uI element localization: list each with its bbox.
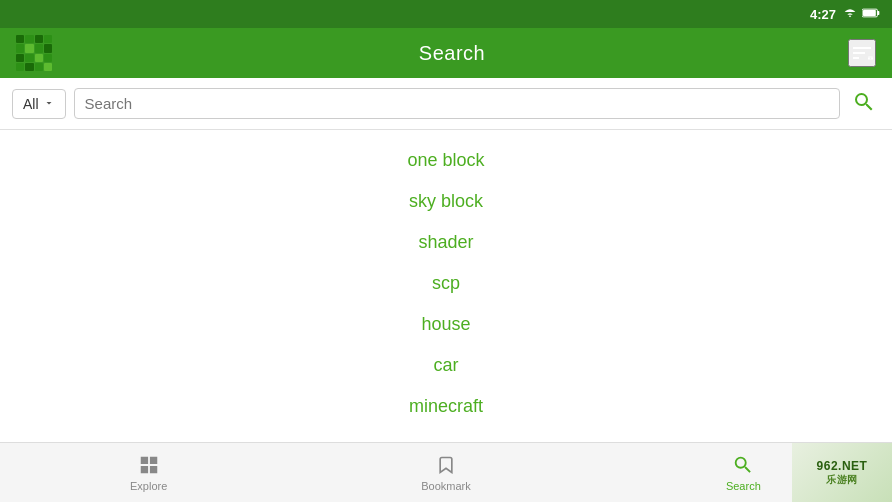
watermark: 962.NET 乐游网	[792, 442, 892, 502]
svg-rect-2	[863, 10, 876, 16]
battery-icon	[862, 5, 880, 23]
chevron-down-icon	[43, 96, 55, 112]
app-bar-title: Search	[419, 42, 485, 65]
suggestion-item[interactable]: car	[0, 345, 892, 386]
bookmark-icon	[434, 453, 458, 477]
filter-dropdown[interactable]: All	[12, 89, 66, 119]
status-bar: 4:27	[0, 0, 892, 28]
nav-item-explore[interactable]: Explore	[0, 445, 297, 500]
main-content: one blocksky blockshaderscphousecarminec…	[0, 130, 892, 440]
nav-explore-label: Explore	[130, 480, 167, 492]
nav-bookmark-label: Bookmark	[421, 480, 471, 492]
app-logo-icon	[16, 35, 52, 71]
bottom-nav: Explore Bookmark Search 962.NET 乐游网	[0, 442, 892, 502]
suggestion-item[interactable]: scp	[0, 263, 892, 304]
watermark-text: 962.NET	[817, 459, 868, 473]
grid-icon	[137, 453, 161, 477]
nav-search-label: Search	[726, 480, 761, 492]
app-bar-right	[848, 39, 876, 67]
app-bar-left	[16, 35, 56, 71]
suggestion-item[interactable]: shader	[0, 222, 892, 263]
suggestion-item[interactable]: one block	[0, 140, 892, 181]
suggestions-container: one blocksky blockshaderscphousecarminec…	[0, 130, 892, 440]
status-icons	[842, 5, 880, 23]
search-input-wrapper	[74, 88, 840, 119]
sort-button[interactable]	[848, 39, 876, 67]
suggestion-item[interactable]: minecraft	[0, 386, 892, 427]
filter-selected: All	[23, 96, 39, 112]
svg-rect-1	[877, 11, 879, 15]
suggestion-item[interactable]: sky block	[0, 181, 892, 222]
search-bar-container: All	[0, 78, 892, 130]
nav-item-bookmark[interactable]: Bookmark	[297, 445, 594, 500]
wifi-icon	[842, 5, 858, 23]
search-submit-button[interactable]	[848, 90, 880, 117]
suggestion-item[interactable]: skyblock	[0, 427, 892, 440]
search-nav-icon	[731, 453, 755, 477]
watermark-sub: 乐游网	[826, 473, 858, 487]
search-input[interactable]	[85, 95, 829, 112]
status-time: 4:27	[810, 7, 836, 22]
app-bar: Search	[0, 28, 892, 78]
suggestion-item[interactable]: house	[0, 304, 892, 345]
